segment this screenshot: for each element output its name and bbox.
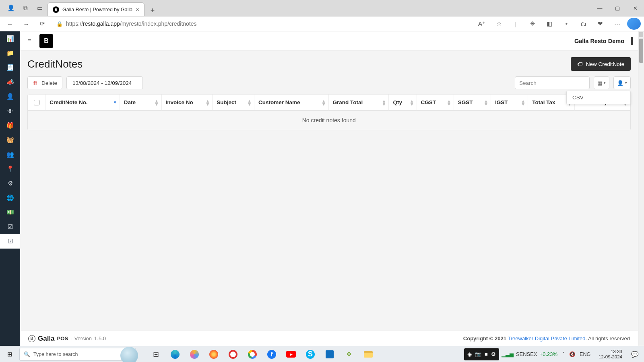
sidebar-item-tasks[interactable]: ☑: [0, 220, 20, 234]
window-maximize-icon[interactable]: ▢: [609, 0, 626, 16]
app-record-icon[interactable]: [224, 346, 242, 362]
window-close-icon[interactable]: ✕: [626, 0, 644, 16]
collections-icon[interactable]: 🗂: [576, 18, 590, 30]
sort-icon[interactable]: ▲▼: [410, 99, 414, 106]
footer-company-link[interactable]: Treewalker Digital Private Limited: [508, 335, 585, 341]
browser-tab-active[interactable]: B Galla Resto | Powered by Galla ×: [47, 2, 144, 16]
sort-icon[interactable]: ▲▼: [322, 99, 326, 106]
sort-icon[interactable]: ▲▼: [247, 99, 252, 106]
user-menu-handle[interactable]: [631, 37, 633, 45]
tray-chevron-up-icon[interactable]: ˄: [562, 351, 565, 357]
sidebar-item-cash[interactable]: 💵: [0, 205, 20, 220]
app-store-icon[interactable]: [320, 346, 339, 362]
app-edge-icon[interactable]: [166, 346, 184, 362]
nav-back-icon[interactable]: ←: [3, 18, 17, 30]
window-minimize-icon[interactable]: —: [591, 0, 609, 16]
column-header[interactable]: Invoice No▲▼: [161, 95, 213, 111]
column-header[interactable]: SGST▲▼: [454, 95, 491, 111]
extensions-icon[interactable]: ✳: [526, 18, 539, 30]
task-view-icon[interactable]: ⊟: [147, 346, 165, 362]
column-header[interactable]: Date▲▼: [120, 95, 161, 111]
new-tab-button[interactable]: +: [147, 5, 158, 16]
app-youtube-icon[interactable]: ▶: [282, 346, 300, 362]
columns-toggle-button[interactable]: ▦▾: [594, 76, 609, 89]
column-header[interactable]: IGST▲▼: [491, 95, 528, 111]
grid-icon: ▦: [597, 80, 602, 86]
url-field[interactable]: 🔒 https://resto.galla.app/myresto/index.…: [52, 18, 473, 30]
sort-icon[interactable]: ▲▼: [205, 99, 210, 106]
sidebar-item-views[interactable]: 👁: [0, 104, 20, 118]
sidebar-item-globe[interactable]: 🌐: [0, 191, 20, 205]
copilot-icon[interactable]: [627, 18, 641, 30]
split-screen-icon[interactable]: ◧: [543, 18, 556, 30]
scrollbar-arrow-up-icon[interactable]: [639, 32, 643, 37]
more-menu-icon[interactable]: ⋯: [610, 18, 624, 30]
app-copilot-icon[interactable]: [185, 346, 204, 362]
sort-icon[interactable]: ▲▼: [382, 99, 386, 106]
column-header[interactable]: Qty▲▼: [389, 95, 417, 111]
tray-notifications-icon[interactable]: 💬: [628, 351, 642, 358]
shopping-icon[interactable]: ❤: [593, 18, 607, 30]
start-button[interactable]: ⊞: [0, 346, 19, 362]
sort-icon[interactable]: ▲▼: [447, 99, 451, 106]
column-header[interactable]: CGST▲▼: [417, 95, 454, 111]
sidebar-item-basket[interactable]: 🧺: [0, 133, 20, 147]
sort-icon[interactable]: ▲▼: [521, 99, 525, 106]
favorite-star-icon[interactable]: ☆: [492, 18, 506, 30]
column-header[interactable]: Grand Total▲▼: [328, 95, 389, 111]
sort-icon[interactable]: ▲▼: [484, 99, 488, 106]
delete-button[interactable]: 🗑 Delete: [27, 76, 62, 89]
address-bar-row: ← → ⟳ 🔒 https://resto.galla.app/myresto/…: [0, 16, 644, 31]
tray-volume-icon[interactable]: 🔇: [569, 351, 576, 357]
sidebar-item-creditnotes[interactable]: ☑: [0, 234, 20, 249]
sidebar: 📊 📁 🧾 📣 👤 👁 🎁 🧺 👥 📍 ⚙ 🌐 💵 ☑ ☑: [0, 31, 20, 346]
tray-stock-widget[interactable]: ▁▃▅ SENSEX +0.23%: [502, 351, 557, 357]
app-facebook-icon[interactable]: f: [262, 346, 281, 362]
app-explorer-icon[interactable]: [359, 346, 378, 362]
vertical-scrollbar[interactable]: [638, 31, 644, 346]
sort-icon[interactable]: ▲▼: [155, 99, 159, 106]
nav-forward-icon[interactable]: →: [19, 18, 33, 30]
sidebar-item-customers[interactable]: 👤: [0, 89, 20, 104]
user-name-label[interactable]: Galla Resto Demo: [574, 38, 624, 44]
column-header[interactable]: Customer Name▲▼: [254, 95, 328, 111]
tray-system-icons: ˄ 🔇 ENG: [560, 351, 593, 357]
footer-copyright: Copyright © 2021 Treewalker Digital Priv…: [463, 335, 630, 341]
date-range-picker[interactable]: 13/08/2024 - 12/09/2024: [66, 76, 143, 89]
sidebar-item-orders[interactable]: 📁: [0, 46, 20, 60]
app-skype-icon[interactable]: S: [301, 346, 320, 362]
profile-icon[interactable]: 👤: [7, 4, 14, 12]
sidebar-item-announce[interactable]: 📣: [0, 75, 20, 89]
app-firefox-icon[interactable]: [204, 346, 223, 362]
sidebar-item-catalog[interactable]: 🧾: [0, 60, 20, 75]
app-misc-icon[interactable]: ❖: [340, 346, 358, 362]
favorites-bar-icon[interactable]: ⭒: [559, 18, 573, 30]
cortana-icon[interactable]: [120, 347, 138, 362]
tab-overview-icon[interactable]: ▭: [36, 4, 43, 12]
read-aloud-icon[interactable]: A⁺: [475, 18, 489, 30]
new-creditnote-button[interactable]: 🏷 New CreditNote: [571, 57, 631, 71]
sidebar-item-gift[interactable]: 🎁: [0, 118, 20, 133]
export-option-csv[interactable]: CSV: [567, 91, 630, 104]
select-all-checkbox[interactable]: [34, 100, 39, 105]
header-select-all[interactable]: [28, 95, 45, 111]
nav-refresh-icon[interactable]: ⟳: [35, 18, 49, 30]
tab-close-icon[interactable]: ×: [136, 6, 139, 13]
sidebar-item-location[interactable]: 📍: [0, 162, 20, 176]
export-button[interactable]: 👤▾: [613, 76, 631, 89]
hamburger-icon[interactable]: ≡: [23, 35, 35, 47]
workspaces-icon[interactable]: ⧉: [22, 4, 29, 12]
tray-clock[interactable]: 13:33 12-09-2024: [595, 349, 625, 360]
scrollbar-thumb[interactable]: [639, 39, 643, 63]
sidebar-item-settings[interactable]: ⚙: [0, 176, 20, 191]
column-header[interactable]: Subject▲▼: [213, 95, 254, 111]
filter-icon[interactable]: ▼: [113, 101, 117, 104]
search-input[interactable]: [515, 76, 590, 89]
tray-recording-controls[interactable]: ◉ 📷 ■ ⚙: [464, 348, 499, 360]
taskbar-search[interactable]: 🔍 Type here to search: [19, 348, 136, 361]
tray-language[interactable]: ENG: [580, 352, 590, 357]
sidebar-item-staff[interactable]: 👥: [0, 147, 20, 162]
sidebar-item-dashboard[interactable]: 📊: [0, 31, 20, 46]
app-chrome-icon[interactable]: [243, 346, 262, 362]
column-header[interactable]: CreditNote No.▼: [45, 95, 120, 111]
